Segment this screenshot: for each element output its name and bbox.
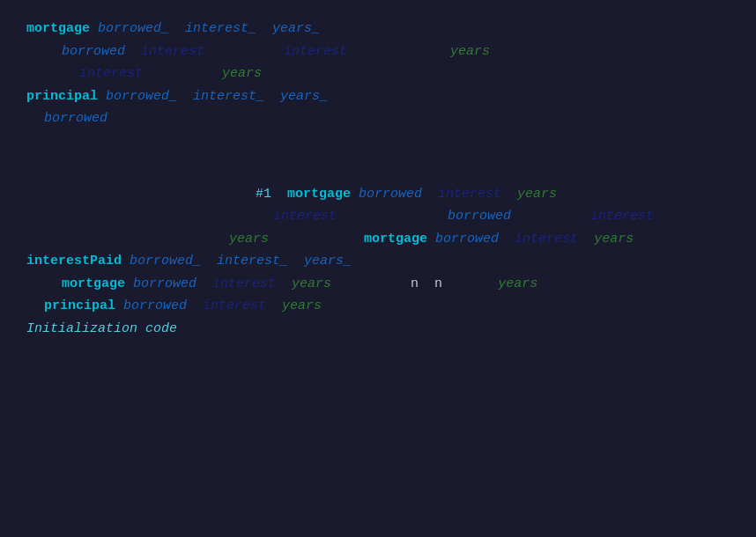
bval-years4: years bbox=[292, 273, 331, 296]
param-borrowed2: borrowed_ bbox=[106, 85, 177, 108]
val-interest3: interest bbox=[79, 63, 143, 85]
bline-7: Initialization code bbox=[26, 318, 730, 341]
kw-mortgage3: mortgage bbox=[364, 228, 435, 251]
bval-borrowed: borrowed bbox=[359, 183, 422, 206]
bval-borrowed4: borrowed bbox=[133, 273, 196, 296]
line-2: borrowed interest interest years bbox=[62, 40, 730, 63]
bval-interest2: interest bbox=[273, 205, 337, 228]
bval-years: years bbox=[517, 183, 557, 206]
kw-mortgage4: mortgage bbox=[62, 273, 133, 296]
comment-init: Initialization code bbox=[26, 318, 177, 341]
code-display: mortgage borrowed_ interest_ years_ borr… bbox=[26, 18, 730, 340]
bline-3: years mortgage borrowed interest years bbox=[26, 228, 730, 251]
val-borrowed: borrowed bbox=[62, 40, 125, 63]
keyword-principal: principal bbox=[26, 85, 106, 108]
line-4: principal borrowed_ interest_ years_ bbox=[26, 85, 730, 108]
bval-borrowed2: borrowed bbox=[448, 205, 511, 228]
val-borrowed2: borrowed bbox=[44, 107, 107, 130]
line-3: interest years bbox=[79, 63, 730, 85]
bval-borrowed3: borrowed bbox=[435, 228, 499, 251]
line-1: mortgage borrowed_ interest_ years_ bbox=[26, 18, 730, 40]
bline-2: interest borrowed interest bbox=[26, 205, 730, 228]
kw-interestpaid: interestPaid bbox=[26, 250, 130, 273]
bval-years6: years bbox=[282, 295, 322, 318]
bline-1: #1 mortgage borrowed interest years bbox=[26, 183, 730, 206]
param-interest: interest_ bbox=[185, 18, 256, 40]
kw-principal2: principal bbox=[44, 295, 123, 318]
bval-years5: years bbox=[498, 273, 537, 296]
bparam-borrowed: borrowed_ bbox=[130, 250, 201, 273]
bval-borrowed5: borrowed bbox=[123, 295, 187, 318]
bottom-section: #1 mortgage borrowed interest years inte… bbox=[26, 183, 730, 341]
param-interest2: interest_ bbox=[193, 85, 264, 108]
spacer bbox=[26, 130, 730, 174]
val-years: years bbox=[450, 40, 490, 63]
param-years2: years_ bbox=[280, 85, 328, 108]
val-interest1: interest bbox=[141, 40, 204, 63]
param-borrowed: borrowed_ bbox=[98, 18, 169, 40]
bval-interest6: interest bbox=[203, 295, 266, 318]
bval-interest: interest bbox=[438, 183, 501, 206]
line-5: borrowed bbox=[44, 107, 730, 130]
bparam-interest: interest_ bbox=[217, 250, 288, 273]
bval-interest4: interest bbox=[515, 228, 578, 251]
top-section: mortgage borrowed_ interest_ years_ borr… bbox=[26, 18, 730, 130]
bval-years2: years bbox=[229, 228, 269, 251]
keyword-mortgage: mortgage bbox=[26, 18, 98, 40]
bparam-years: years_ bbox=[304, 250, 352, 273]
bval-years3: years bbox=[594, 228, 634, 251]
val-years2: years bbox=[222, 63, 262, 85]
bline-4: interestPaid borrowed_ interest_ years_ bbox=[26, 250, 730, 273]
bval-interest3: interest bbox=[590, 205, 654, 228]
bline-6: principal borrowed interest years bbox=[44, 295, 730, 318]
bval-interest5: interest bbox=[212, 273, 276, 296]
val-interest2: interest bbox=[284, 40, 347, 63]
kw-mortgage2: mortgage bbox=[287, 183, 359, 206]
bline-5: mortgage borrowed interest years n n yea… bbox=[62, 273, 730, 296]
param-years: years_ bbox=[272, 18, 320, 40]
